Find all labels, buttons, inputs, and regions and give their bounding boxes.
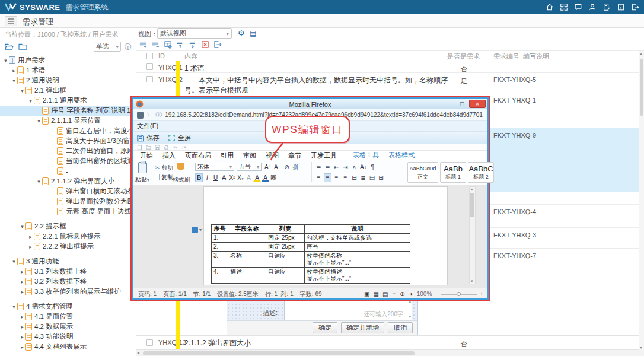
tree-item[interactable]: 2.1.1.1 显示位置 [0, 116, 135, 126]
ribbon-button[interactable]: A⁺ [264, 163, 272, 171]
collapse-folder-icon[interactable] [18, 43, 27, 50]
tree-item[interactable]: 元素 高度 界面上边线 1 标题栏 28 内.. [0, 206, 135, 217]
ribbon-tab[interactable]: 开发工具 [307, 151, 341, 160]
tree-expand-arrow-icon[interactable] [19, 334, 25, 340]
minimize-button[interactable]: – [443, 100, 455, 108]
style-preset[interactable]: AaBbC 标题 2 [468, 162, 494, 183]
scroll-left-icon[interactable]: ◂ [137, 350, 139, 355]
column-header-reqno[interactable]: 需求编号 [493, 52, 519, 61]
file-menu[interactable]: 文件(F) [137, 122, 158, 131]
document-scroll-thumb[interactable] [470, 193, 474, 217]
ribbon-button[interactable]: A [245, 173, 253, 182]
zoom-slider[interactable] [441, 294, 477, 295]
tree-expand-arrow-icon[interactable] [11, 304, 17, 310]
save-icon[interactable] [136, 134, 144, 142]
tree-item[interactable]: 3 通用功能 [0, 256, 135, 266]
ribbon-button[interactable]: ⊟ [350, 173, 358, 182]
scroll-up-icon[interactable]: ▴ [471, 187, 473, 192]
view-mode-icon[interactable]: ◑ [408, 290, 414, 298]
tree-item[interactable]: 3.3 枚举值列表的展示与维护 [0, 287, 135, 297]
new-doc-icon[interactable] [137, 145, 142, 150]
tree-expand-arrow-icon[interactable] [11, 68, 17, 74]
ribbon-tab[interactable]: 章节 [284, 151, 305, 160]
tree-item[interactable]: 2.1.1 通用要求 [0, 96, 135, 106]
tree-item[interactable]: 2.2.2 弹出框提示 [0, 241, 135, 252]
zoom-level[interactable]: 100% [417, 291, 432, 297]
tree-expand-arrow-icon[interactable] [19, 279, 25, 285]
view-dropdown[interactable]: 默认视图 ▾ [157, 28, 232, 39]
ribbon-button[interactable]: X₂ [237, 173, 244, 182]
tree-item[interactable]: 4.3 功能说明 [0, 332, 135, 342]
ribbon-button[interactable]: ▤ [368, 173, 376, 182]
tree-item[interactable]: 4.4 文档列表展示 [0, 342, 135, 352]
row-checkbox[interactable] [146, 63, 153, 70]
zoom-slider-knob[interactable] [457, 292, 461, 296]
tree-expand-arrow-icon[interactable] [19, 344, 25, 350]
ribbon-button[interactable]: B [195, 173, 203, 182]
row-checkbox[interactable] [146, 339, 153, 346]
menu-toggle-button[interactable] [5, 16, 17, 26]
ribbon-button[interactable]: ⇥ [342, 163, 349, 171]
paste-icon[interactable] [138, 162, 147, 173]
ribbon-button[interactable]: U [212, 173, 219, 182]
ribbon-button[interactable]: 拼 [292, 163, 299, 171]
tree-item[interactable]: 3.2 列表数据下移 [0, 276, 135, 287]
select-mode-dropdown[interactable]: 单选 ▾ [94, 42, 121, 52]
ribbon-tab[interactable]: 开始 [136, 151, 157, 160]
tree-expand-arrow-icon[interactable] [27, 234, 34, 240]
document-page[interactable]: 序号 字段名称 列宽 说明 1. 固定 25px 勾选框；支持单选或多选 [203, 186, 448, 285]
tree-expand-arrow-icon[interactable] [36, 179, 42, 185]
ribbon-button[interactable]: ≡ [333, 173, 340, 182]
scroll-down-icon[interactable]: ▾ [471, 279, 473, 284]
apps-grid-icon[interactable] [560, 3, 568, 11]
view-mode-icon[interactable]: ⊕ [399, 290, 405, 298]
ribbon-button[interactable]: ⇤ [333, 163, 340, 171]
view-mode-icon[interactable]: ▣ [364, 290, 370, 298]
dialog-button[interactable]: 确定 [313, 322, 337, 333]
tree-item[interactable]: 当前弹出窗外的区域遮罩显示。 [0, 156, 135, 166]
column-header-isreq[interactable]: 是否是需求 [447, 52, 480, 61]
ribbon-button[interactable]: A [253, 173, 261, 182]
dialog-button[interactable]: 确定并新增 [341, 322, 384, 333]
paste-button[interactable]: 粘贴▾ [135, 176, 149, 184]
close-button[interactable]: × [469, 100, 486, 108]
tree-expand-arrow-icon[interactable] [19, 224, 25, 230]
tree-expand-arrow-icon[interactable] [36, 118, 42, 124]
chat-icon[interactable] [574, 3, 582, 11]
logout-icon[interactable] [631, 3, 639, 11]
view-mode-icon[interactable]: ▦ [372, 290, 379, 298]
ribbon-button[interactable]: 圈 [270, 173, 278, 182]
format-painter-icon[interactable] [177, 163, 184, 170]
tree-item[interactable]: 2.1 弹出框 [0, 85, 135, 96]
ribbon-button[interactable]: ≣ [315, 163, 323, 171]
doc-list-icon[interactable]: ▤ [250, 29, 256, 37]
move-up-icon[interactable] [176, 40, 184, 49]
site-identity-icon[interactable] [137, 112, 144, 119]
tree-item[interactable]: 4.2 数据展示 [0, 322, 135, 332]
fullscreen-button[interactable]: 全屏 [178, 134, 191, 142]
open-folder-icon[interactable] [146, 145, 151, 150]
ribbon-button[interactable]: ¶ [369, 163, 377, 171]
select-all-checkbox[interactable] [146, 53, 153, 59]
ribbon-button[interactable]: ≡ [342, 173, 349, 182]
tree-expand-arrow-icon[interactable] [11, 259, 17, 265]
tree-item[interactable]: 弹出窗口横向无滚动条，纵向超出最... [0, 186, 135, 196]
ribbon-button[interactable]: A [220, 173, 228, 182]
ribbon-tab[interactable]: 审阅 [239, 151, 260, 160]
horizontal-scroll-thumb[interactable] [143, 351, 415, 355]
textarea-scroll-down-icon[interactable]: ▾ [409, 314, 411, 319]
ribbon-button[interactable]: ≣ [324, 163, 331, 171]
scroll-up-icon[interactable]: ▴ [640, 51, 642, 56]
ribbon-button[interactable]: A⁻ [273, 163, 282, 171]
home-icon[interactable] [546, 3, 554, 11]
ribbon-button[interactable]: I [203, 173, 211, 182]
undo-icon[interactable] [173, 145, 178, 150]
tree-item[interactable]: 窗口左右居中，高度小于界面1/3的窗. [0, 126, 135, 136]
format-painter-button[interactable]: 格式刷 [173, 176, 190, 184]
delete-icon[interactable] [201, 40, 209, 49]
save-button[interactable]: 保存 [146, 134, 160, 142]
dialog-button[interactable]: 取消 [388, 322, 413, 333]
copy-button[interactable]: 复制 [155, 173, 173, 182]
info-circle-icon[interactable]: ⓘ [125, 42, 132, 52]
font-size-dropdown[interactable]: 五号▾ [237, 163, 262, 171]
